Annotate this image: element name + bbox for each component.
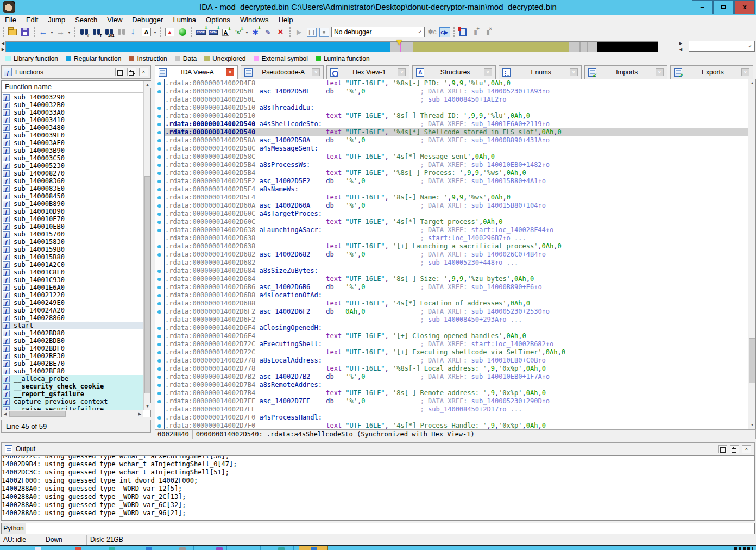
restore-button[interactable] [713, 0, 734, 14]
menu-windows[interactable]: Windows [235, 15, 274, 25]
panel-close-icon[interactable]: × [742, 445, 751, 453]
function-row[interactable]: fsub_14002BE30 [2, 352, 143, 360]
function-row[interactable]: fsub_14002BDF0 [2, 345, 143, 352]
function-name-column-header[interactable]: Function name [2, 81, 143, 93]
disasm-line[interactable]: .rdata:000000014002D7F0 a4sProcessHandl: [165, 414, 748, 422]
taskbar-app-icon[interactable] [35, 547, 41, 550]
menu-search[interactable]: Search [70, 15, 102, 25]
menu-options[interactable]: Options [201, 15, 235, 25]
function-row[interactable]: fsub_140003480 [2, 124, 143, 132]
disasm-line[interactable]: .rdata:000000014002D682 ; sub_140005230+… [165, 259, 748, 267]
taskbar-app-icon[interactable] [146, 547, 152, 550]
scroll-down-icon[interactable]: ▼ [144, 403, 151, 410]
function-row[interactable]: fsub_140015830 [2, 238, 143, 246]
disasm-line[interactable]: .rdata:000000014002D6B6 asc_14002D6B6 db… [165, 283, 748, 291]
continue-process-button[interactable]: c▶ [438, 26, 451, 38]
function-row[interactable]: fsub_1400033A0 [2, 109, 143, 116]
make-array-button[interactable]: ✱ [249, 26, 262, 38]
save-button[interactable] [18, 26, 31, 38]
jump-down-button[interactable]: → [128, 26, 140, 38]
function-row[interactable]: fsub_14002BD80 [2, 329, 143, 337]
disasm-line[interactable]: .rdata:000000014002D540 text "UTF-16LE",… [165, 128, 748, 136]
attach-process-button[interactable]: ✽c [426, 26, 438, 38]
disasm-line[interactable]: .rdata:000000014002D6B8 text "UTF-16LE",… [165, 299, 748, 308]
function-row[interactable]: fsub_140003AE0 [2, 139, 143, 147]
function-row[interactable]: fsub_140008360 [2, 177, 143, 185]
function-row[interactable]: fsub_1400039E0 [2, 132, 143, 139]
function-row[interactable]: fsub_140010E70 [2, 215, 143, 223]
function-row[interactable]: fsub_14001E6A0 [2, 284, 143, 291]
names-button[interactable]: A [140, 26, 153, 38]
debug-stop-button[interactable]: ■ [318, 26, 330, 38]
panel-float-icon[interactable] [730, 445, 739, 453]
panel-restore-icon[interactable] [115, 68, 124, 76]
disasm-line[interactable]: .rdata:000000014002D5B4 text "UTF-16LE",… [165, 169, 748, 177]
functions-panel-titlebar[interactable]: f Functions × [1, 65, 151, 79]
function-row[interactable]: fsub_14002BDB0 [2, 337, 143, 345]
tab-imports[interactable]: Imports× [584, 65, 667, 79]
title-bar[interactable]: IDA - mod_decrypted.bin C:\Users\Adminis… [0, 0, 756, 15]
menu-jump[interactable]: Jump [43, 15, 70, 25]
make-data-button[interactable]: DATA [207, 26, 219, 38]
taskbar-app-icon[interactable] [109, 547, 115, 550]
disassembly-view[interactable]: .rdata:000000014002D4E8 text "UTF-16LE",… [155, 79, 756, 429]
minimize-button[interactable]: – [692, 0, 713, 14]
navigate-forward-button[interactable]: → [54, 26, 67, 38]
disasm-line[interactable]: .rdata:000000014002D7F0 text "UTF-16LE",… [165, 422, 748, 429]
band-segment[interactable] [581, 42, 587, 52]
function-row[interactable]: fsub_140003C50 [2, 154, 143, 162]
disasm-line[interactable]: .rdata:000000014002D6F4 text "UTF-16LE",… [165, 332, 748, 340]
disasm-line[interactable]: .rdata:000000014002D6F2 ; sub_140008450+… [165, 316, 748, 324]
make-string-button[interactable]: 's' [232, 26, 244, 38]
add-breakpoint-button[interactable]: ▮+ [469, 26, 482, 38]
problems-button[interactable]: ▲ [163, 26, 176, 38]
menu-file[interactable]: File [0, 15, 21, 25]
function-row[interactable]: fsub_140008270 [2, 170, 143, 177]
taskbar-app-icon[interactable] [311, 547, 317, 550]
tab-hex-view-1[interactable]: Hex View-1× [326, 65, 410, 79]
scroll-left-icon[interactable]: ◀ [2, 410, 9, 417]
disasm-line[interactable]: .rdata:000000014002D7EE asc_14002D7EE db… [165, 397, 748, 405]
panel-float-icon[interactable] [127, 68, 136, 76]
function-row[interactable]: fsub_140010EB0 [2, 223, 143, 230]
navigate-back-button[interactable]: ← [37, 26, 49, 38]
tab-enums[interactable]: Enums× [499, 65, 582, 79]
disasm-line[interactable]: .rdata:000000014002D5E2 asc_14002D5E2 db… [165, 177, 748, 185]
function-row[interactable]: fsub_140003410 [2, 116, 143, 124]
python-cli-button[interactable]: Python [1, 523, 26, 534]
disasm-line[interactable]: .rdata:000000014002D50E asc_14002D50E db… [165, 88, 748, 96]
scroll-down-icon[interactable]: ▼ [748, 421, 756, 429]
function-row[interactable]: fsub_1400032B0 [2, 101, 143, 109]
disasm-line[interactable]: .rdata:000000014002D4E8 text "UTF-16LE",… [165, 79, 748, 88]
function-row[interactable]: fstart [2, 322, 143, 329]
disasm-line[interactable]: .rdata:000000014002D58C a4sMessageSent: [165, 145, 748, 153]
disasm-line[interactable]: .rdata:000000014002D6F2 asc_14002D6F2 db… [165, 308, 748, 316]
disasm-line[interactable]: .rdata:000000014002D7B4 text "UTF-16LE",… [165, 389, 748, 397]
panel-close-icon[interactable]: × [139, 68, 148, 76]
taskbar-app-icon[interactable] [216, 547, 223, 550]
panel-restore-icon[interactable] [718, 445, 727, 453]
band-segment[interactable] [588, 42, 597, 52]
disasm-line[interactable]: .rdata:000000014002D684 a8sSizeZuBytes: [165, 267, 748, 275]
output-panel-titlebar[interactable]: Output × [1, 442, 755, 455]
tab-close-icon[interactable]: × [398, 68, 406, 76]
back-history-caret[interactable]: ▼ [49, 26, 54, 38]
debugger-options-button[interactable] [457, 26, 469, 38]
function-row[interactable]: fsub_14001C930 [2, 276, 143, 284]
function-row[interactable]: fsub_140003B90 [2, 147, 143, 154]
function-row[interactable]: fsub_140021220 [2, 291, 143, 299]
band-zoom-in-icon[interactable]: ▶ [678, 41, 684, 46]
disasm-line[interactable]: .rdata:000000014002D638 text "UTF-16LE",… [165, 242, 748, 251]
function-row[interactable]: fsub_14001C8F0 [2, 268, 143, 276]
names-caret[interactable]: ▼ [153, 26, 158, 38]
function-row[interactable]: fsub_14000B890 [2, 200, 143, 208]
band-segment[interactable] [569, 42, 579, 52]
function-row[interactable]: fsub_140010D90 [2, 208, 143, 215]
open-file-button[interactable] [6, 26, 18, 38]
disasm-line[interactable]: .rdata:000000014002D778 text "UTF-16LE",… [165, 365, 748, 373]
function-row[interactable]: fsub_140028860 [2, 314, 143, 322]
function-row[interactable]: fsub_1400249E0 [2, 299, 143, 307]
tab-exports[interactable]: Exports× [670, 65, 753, 79]
band-segment[interactable] [413, 42, 569, 52]
disasm-line[interactable]: .rdata:000000014002D6B8 a4sLocationOfAd: [165, 291, 748, 299]
